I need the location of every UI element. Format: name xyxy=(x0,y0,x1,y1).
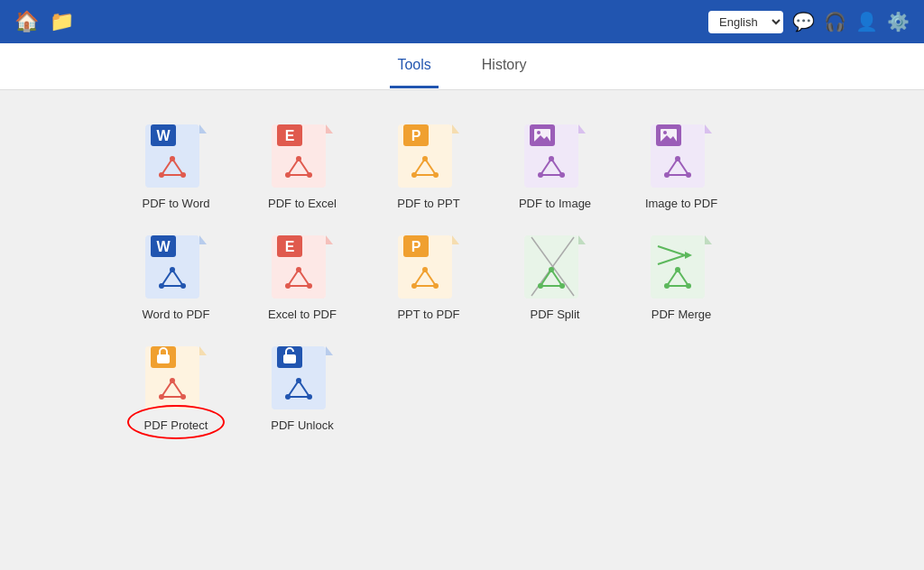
file-icon-word-to-pdf: W xyxy=(145,228,207,299)
file-icon-pdf-to-word: W xyxy=(145,117,207,188)
folder-icon[interactable]: 📁 xyxy=(50,10,74,33)
file-icon-pdf-to-ppt: P xyxy=(398,117,459,188)
tool-label-ppt-to-pdf: PPT to PDF xyxy=(397,308,459,321)
svg-point-20 xyxy=(307,172,312,178)
svg-text:W: W xyxy=(156,128,171,143)
svg-point-28 xyxy=(422,156,428,161)
tool-image-to-pdf[interactable]: Image to PDF xyxy=(632,117,731,210)
svg-point-52 xyxy=(675,156,680,161)
tool-pdf-merge[interactable]: PDF Merge xyxy=(632,228,731,321)
file-icon-pdf-to-excel: E xyxy=(272,117,333,188)
tool-pdf-unlock[interactable]: PDF Unlock xyxy=(253,339,352,432)
file-icon-pdf-unlock xyxy=(272,339,333,409)
svg-point-104 xyxy=(664,283,670,289)
file-icon-image-to-pdf xyxy=(651,117,712,188)
svg-point-30 xyxy=(433,172,439,178)
svg-text:E: E xyxy=(285,128,295,143)
file-icon-pdf-to-image xyxy=(524,117,586,188)
svg-point-63 xyxy=(159,283,164,289)
svg-rect-119 xyxy=(283,354,296,363)
tool-pdf-to-image[interactable]: PDF to Image xyxy=(505,117,605,210)
tab-history[interactable]: History xyxy=(475,44,534,88)
svg-marker-86 xyxy=(578,235,586,244)
svg-point-53 xyxy=(664,172,670,178)
svg-point-9 xyxy=(159,172,164,178)
tool-label-excel-to-pdf: Excel to PDF xyxy=(268,308,337,321)
svg-point-125 xyxy=(307,394,312,400)
tool-pdf-to-ppt[interactable]: P PDF to PPT xyxy=(379,117,478,210)
tool-label-pdf-merge: PDF Merge xyxy=(651,308,711,321)
tab-tools[interactable]: Tools xyxy=(390,44,438,88)
tabs-bar: Tools History xyxy=(0,43,924,90)
svg-text:E: E xyxy=(285,239,295,254)
file-icon-pdf-protect xyxy=(145,339,207,409)
svg-point-82 xyxy=(422,267,428,272)
svg-point-10 xyxy=(180,172,186,178)
svg-point-124 xyxy=(285,394,291,400)
svg-point-83 xyxy=(411,283,417,289)
tool-pdf-protect[interactable]: PDF Protect xyxy=(126,339,226,432)
file-icon-pdf-split xyxy=(524,228,586,299)
tool-pdf-to-excel[interactable]: E PDF to Excel xyxy=(253,117,352,210)
svg-point-64 xyxy=(180,283,186,289)
svg-point-18 xyxy=(296,156,301,161)
svg-text:P: P xyxy=(411,128,421,143)
svg-point-47 xyxy=(663,131,667,134)
tool-label-pdf-split: PDF Split xyxy=(531,308,580,321)
tool-word-to-pdf[interactable]: W Word to PDF xyxy=(126,228,226,321)
svg-point-73 xyxy=(285,283,291,289)
svg-marker-76 xyxy=(452,235,459,244)
svg-point-92 xyxy=(549,267,554,272)
svg-rect-109 xyxy=(157,354,170,363)
language-select[interactable]: English French German xyxy=(708,11,783,33)
tool-label-image-to-pdf: Image to PDF xyxy=(645,197,717,210)
user-icon[interactable]: 👤 xyxy=(855,11,878,32)
headset-icon[interactable]: 🎧 xyxy=(824,11,846,32)
svg-point-103 xyxy=(675,267,680,272)
tool-ppt-to-pdf[interactable]: P PPT to PDF xyxy=(379,228,478,321)
svg-point-29 xyxy=(411,172,417,178)
svg-point-72 xyxy=(296,267,301,272)
svg-point-54 xyxy=(686,172,691,178)
svg-marker-12 xyxy=(326,124,333,133)
tool-label-pdf-to-ppt: PDF to PPT xyxy=(397,197,459,210)
chat-icon[interactable]: 💬 xyxy=(792,11,815,32)
home-icon[interactable]: 🏠 xyxy=(14,10,39,33)
header-left: 🏠 📁 xyxy=(14,10,74,33)
tool-pdf-to-word[interactable]: W PDF to Word xyxy=(126,117,226,210)
file-icon-ppt-to-pdf: P xyxy=(398,228,459,299)
header: 🏠 📁 English French German 💬 🎧 👤 ⚙️ xyxy=(0,0,924,43)
svg-text:W: W xyxy=(156,239,171,254)
svg-point-40 xyxy=(549,156,554,161)
svg-marker-96 xyxy=(705,235,712,244)
svg-marker-107 xyxy=(199,346,207,355)
tool-label-pdf-unlock: PDF Unlock xyxy=(271,418,333,432)
svg-marker-22 xyxy=(452,124,459,133)
svg-marker-66 xyxy=(326,235,333,244)
tool-label-pdf-to-word: PDF to Word xyxy=(143,197,210,210)
svg-point-105 xyxy=(686,283,691,289)
tool-row-1: W PDF to Word xyxy=(72,117,852,210)
tool-pdf-split[interactable]: PDF Split xyxy=(505,228,605,321)
svg-point-114 xyxy=(159,394,164,400)
svg-point-84 xyxy=(433,283,439,289)
tool-excel-to-pdf[interactable]: E Excel to PDF xyxy=(253,228,352,321)
tool-label-pdf-protect: PDF Protect xyxy=(144,418,208,432)
tool-row-2: W Word to PDF xyxy=(72,228,852,321)
svg-point-8 xyxy=(170,156,175,161)
header-right: English French German 💬 🎧 👤 ⚙️ xyxy=(708,11,910,33)
tool-label-pdf-to-excel: PDF to Excel xyxy=(268,197,337,210)
svg-marker-44 xyxy=(705,124,712,133)
svg-point-41 xyxy=(538,172,543,178)
svg-point-93 xyxy=(538,283,543,289)
svg-marker-32 xyxy=(578,124,586,133)
svg-marker-117 xyxy=(326,346,333,355)
svg-marker-56 xyxy=(199,235,207,244)
settings-icon[interactable]: ⚙️ xyxy=(887,11,910,32)
svg-point-62 xyxy=(170,267,175,272)
svg-point-115 xyxy=(180,394,186,400)
svg-text:P: P xyxy=(411,239,421,254)
svg-point-42 xyxy=(559,172,565,178)
main-content: W PDF to Word xyxy=(0,90,924,459)
svg-point-74 xyxy=(307,283,312,289)
